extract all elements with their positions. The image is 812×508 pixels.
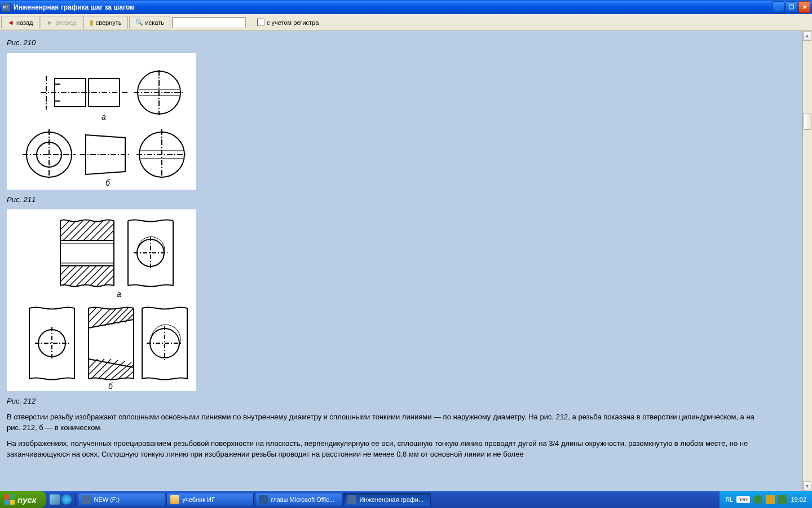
task-label: NEW (F:) bbox=[94, 496, 120, 503]
scroll-up-button[interactable]: ▲ bbox=[803, 31, 811, 41]
task-item-active-app[interactable]: Инжененрная графи... bbox=[343, 493, 431, 506]
task-label: главы Microsoft Offic... bbox=[271, 496, 334, 503]
case-checkbox[interactable] bbox=[257, 19, 264, 26]
system-tray: RL nero 19:02 bbox=[720, 491, 812, 508]
figure-211: a bbox=[7, 209, 196, 391]
start-label: пуск bbox=[17, 495, 36, 505]
collapse-button[interactable]: ▮ свернуть bbox=[83, 16, 128, 29]
search-input[interactable] bbox=[173, 17, 246, 28]
search-label: искать bbox=[145, 19, 164, 26]
task-items: NEW (F:) учебник ИГ главы Microsoft Offi… bbox=[76, 493, 720, 506]
content-area: Рис. 210 bbox=[0, 31, 812, 491]
svg-text:a: a bbox=[102, 112, 106, 121]
maximize-button[interactable]: ❐ bbox=[785, 1, 797, 13]
fig212-caption: Рис. 212 bbox=[7, 396, 805, 407]
fig210-caption: Рис. 210 bbox=[7, 37, 805, 49]
minimize-button[interactable]: _ bbox=[773, 1, 784, 13]
app-icon bbox=[347, 495, 356, 504]
ie-icon[interactable] bbox=[61, 494, 72, 505]
svg-rect-24 bbox=[7, 209, 196, 391]
window-title: Инжененрная графика шаг за шагом bbox=[14, 3, 773, 11]
volume-icon[interactable] bbox=[766, 495, 775, 504]
task-item-word[interactable]: главы Microsoft Offic... bbox=[255, 493, 342, 506]
back-label: назад bbox=[16, 19, 33, 26]
fig211-caption: Рис. 211 bbox=[7, 194, 805, 205]
task-item-new[interactable]: NEW (F:) bbox=[78, 493, 165, 506]
nero-icon[interactable]: nero bbox=[736, 496, 750, 503]
paragraph-1: В отверстии резьбу изображают сплошными … bbox=[7, 411, 768, 433]
vertical-scrollbar[interactable]: ▲ ▼ bbox=[802, 31, 812, 491]
svg-text:б: б bbox=[105, 178, 111, 187]
svg-text:б: б bbox=[108, 382, 113, 391]
language-indicator[interactable]: RL bbox=[725, 496, 733, 503]
collapse-icon: ▮ bbox=[90, 19, 94, 27]
figure-210: a б bbox=[7, 53, 196, 190]
clock[interactable]: 19:02 bbox=[791, 496, 806, 503]
app-icon: ИГ bbox=[2, 3, 11, 12]
titlebar: ИГ Инжененрная графика шаг за шагом _ ❐ … bbox=[0, 0, 812, 14]
forward-button[interactable]: ► вперед bbox=[41, 16, 82, 29]
safely-remove-icon[interactable] bbox=[778, 495, 787, 504]
search-button[interactable]: 🔍 искать bbox=[129, 16, 170, 29]
svg-text:a: a bbox=[117, 290, 121, 299]
task-label: Инжененрная графи... bbox=[359, 496, 423, 503]
search-icon: 🔍 bbox=[135, 19, 143, 26]
windows-logo-icon bbox=[5, 494, 15, 505]
folder-icon bbox=[170, 495, 179, 504]
close-button[interactable]: ✕ bbox=[798, 1, 810, 13]
word-icon bbox=[259, 495, 268, 504]
window-icon bbox=[82, 495, 91, 504]
arrow-right-icon: ► bbox=[47, 19, 54, 27]
case-checkbox-wrap[interactable]: с учетом регистра bbox=[257, 19, 319, 26]
back-button[interactable]: ◄ назад bbox=[1, 16, 39, 29]
task-label: учебник ИГ bbox=[182, 496, 214, 503]
forward-label: вперед bbox=[55, 19, 76, 26]
tray-arrow-icon[interactable] bbox=[753, 495, 762, 504]
scroll-thumb[interactable] bbox=[804, 113, 811, 130]
arrow-left-icon: ◄ bbox=[7, 19, 14, 27]
taskbar: пуск NEW (F:) учебник ИГ главы Microsoft… bbox=[0, 491, 812, 508]
window-controls: _ ❐ ✕ bbox=[773, 1, 810, 13]
task-item-textbook[interactable]: учебник ИГ bbox=[166, 493, 254, 506]
toolbar: ◄ назад ► вперед ▮ свернуть 🔍 искать с у… bbox=[0, 14, 812, 31]
paragraph-2: На изображениях, полученных проецировани… bbox=[7, 438, 768, 460]
content: Рис. 210 bbox=[0, 31, 812, 468]
scroll-down-button[interactable]: ▼ bbox=[803, 481, 811, 491]
case-label: с учетом регистра bbox=[267, 19, 319, 26]
collapse-label: свернуть bbox=[96, 19, 122, 26]
start-button[interactable]: пуск bbox=[0, 491, 46, 508]
show-desktop-icon[interactable] bbox=[50, 494, 60, 505]
quick-launch bbox=[46, 493, 76, 506]
